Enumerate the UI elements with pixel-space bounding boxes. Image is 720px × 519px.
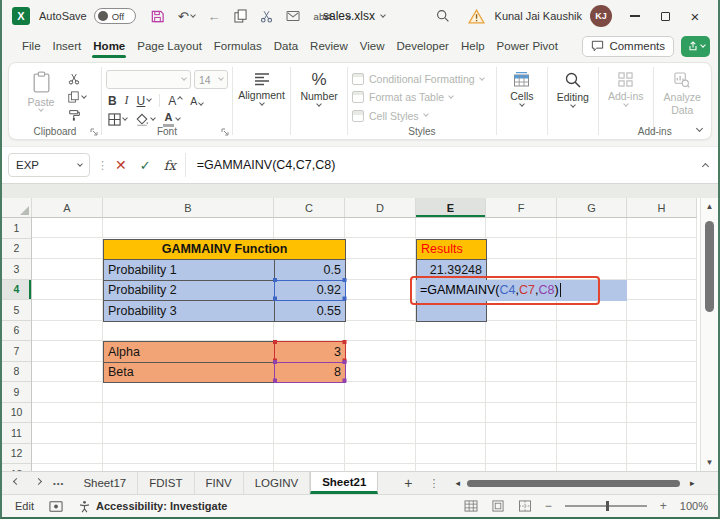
formula-bar-grip-icon[interactable]: ⋮ xyxy=(97,159,108,172)
addins-button[interactable]: Add-ins xyxy=(602,68,650,123)
row-header-13[interactable]: 13 xyxy=(2,464,31,471)
cut-button-ribbon[interactable] xyxy=(68,73,86,85)
maximize-button[interactable] xyxy=(650,1,680,31)
formula-input[interactable]: =GAMMAINV(C4,C7,C8) xyxy=(197,158,703,172)
row-header-6[interactable]: 6 xyxy=(2,321,31,342)
prev-sheet-button[interactable] xyxy=(13,478,20,485)
enter-button[interactable]: ✓ xyxy=(140,158,151,173)
editing-button[interactable]: Editing xyxy=(549,68,597,123)
mail-icon[interactable] xyxy=(286,10,301,22)
increase-font-button[interactable]: A xyxy=(168,94,182,108)
column-header-b[interactable]: B xyxy=(103,198,274,217)
scroll-right-arrow-icon[interactable]: ▸ xyxy=(690,478,695,488)
new-sheet-button[interactable]: + xyxy=(404,475,412,491)
menu-tab-developer[interactable]: Developer xyxy=(391,32,455,60)
share-button[interactable] xyxy=(681,36,710,57)
cell-b2-title[interactable]: GAMMAINV Function xyxy=(103,239,346,261)
minimize-button[interactable] xyxy=(620,1,650,31)
copy-button-ribbon[interactable] xyxy=(68,91,86,103)
row-header-2[interactable]: 2 xyxy=(2,239,31,260)
row-header-4[interactable]: 4 xyxy=(2,280,31,301)
zoom-slider-thumb[interactable] xyxy=(606,501,609,511)
bold-button[interactable]: B xyxy=(108,94,117,108)
cell-c3[interactable]: 0.5 xyxy=(274,259,346,281)
cells-viewport[interactable]: GAMMAINV Function Probability 1 0.5 Prob… xyxy=(32,218,697,471)
underline-button[interactable]: U xyxy=(137,94,152,108)
next-sheet-button[interactable] xyxy=(35,478,42,485)
font-color-button[interactable]: A xyxy=(163,112,180,127)
user-name[interactable]: Kunal Jai Kaushik xyxy=(495,10,582,22)
number-button[interactable]: % Number xyxy=(295,68,343,123)
cancel-button[interactable]: ✕ xyxy=(115,157,127,173)
font-dialog-launcher[interactable] xyxy=(221,128,229,136)
row-header-12[interactable]: 12 xyxy=(2,444,31,465)
zoom-in-button[interactable]: + xyxy=(660,499,667,513)
menu-tab-file[interactable]: File xyxy=(16,32,47,60)
copy-button[interactable] xyxy=(234,9,247,23)
cell-c5[interactable]: 0.55 xyxy=(274,300,346,322)
normal-view-button[interactable] xyxy=(464,500,478,512)
font-size-combo[interactable]: 14 xyxy=(194,70,228,89)
column-header-c[interactable]: C xyxy=(274,198,345,217)
menu-tab-view[interactable]: View xyxy=(354,32,391,60)
undo-button[interactable]: ↶ xyxy=(178,9,195,24)
column-header-a[interactable]: A xyxy=(32,198,103,217)
close-button[interactable]: × xyxy=(680,1,710,31)
sheet-tab-finv[interactable]: FINV xyxy=(195,472,244,494)
vertical-scroll-thumb[interactable] xyxy=(705,221,714,312)
menu-tab-insert[interactable]: Insert xyxy=(47,32,88,60)
cells-button[interactable]: Cells xyxy=(498,68,546,123)
sheet-tab-sheet17[interactable]: Sheet17 xyxy=(72,472,138,494)
search-button[interactable] xyxy=(428,1,458,31)
cell-b5[interactable]: Probability 3 xyxy=(103,300,275,322)
scroll-left-arrow-icon[interactable]: ◂ xyxy=(455,478,460,488)
row-header-9[interactable]: 9 xyxy=(2,382,31,403)
sheet-tab-loginv[interactable]: LOGINV xyxy=(244,472,310,494)
cut-button[interactable] xyxy=(260,10,273,23)
document-title-area[interactable]: sales.xlsx xyxy=(323,9,385,23)
row-header-8[interactable]: 8 xyxy=(2,362,31,383)
alignment-button[interactable]: Alignment xyxy=(238,68,286,123)
vertical-scrollbar[interactable]: ▲ ▼ xyxy=(700,198,718,471)
menu-tab-help[interactable]: Help xyxy=(455,32,491,60)
menu-tab-home[interactable]: Home xyxy=(87,32,131,60)
analyze-data-button[interactable]: Analyze Data xyxy=(658,68,706,123)
horizontal-scroll-thumb[interactable] xyxy=(467,480,680,487)
column-header-f[interactable]: F xyxy=(486,198,557,217)
sheet-bar-options-icon[interactable]: ⋮ xyxy=(428,477,439,490)
cell-e2-results[interactable]: Results xyxy=(416,239,487,261)
column-header-e[interactable]: E xyxy=(416,198,486,217)
menu-tab-power-pivot[interactable]: Power Pivot xyxy=(491,32,564,60)
excel-logo-icon[interactable]: X xyxy=(12,7,30,25)
more-sheets-button[interactable]: ••• xyxy=(53,479,64,488)
decrease-font-button[interactable]: A xyxy=(190,95,203,107)
borders-button[interactable] xyxy=(108,113,127,126)
row-header-5[interactable]: 5 xyxy=(2,300,31,321)
save-button[interactable] xyxy=(150,9,165,24)
accessibility-status[interactable]: Accessibility: Investigate xyxy=(78,500,227,513)
row-header-3[interactable]: 3 xyxy=(2,259,31,280)
menu-tab-page-layout[interactable]: Page Layout xyxy=(131,32,208,60)
cell-b3[interactable]: Probability 1 xyxy=(103,259,275,281)
insert-function-button[interactable]: fx xyxy=(164,158,176,173)
cell-b7[interactable]: Alpha xyxy=(103,341,275,363)
avatar[interactable]: KJ xyxy=(590,5,612,27)
row-header-1[interactable]: 1 xyxy=(2,218,31,239)
row-header-10[interactable]: 10 xyxy=(2,403,31,424)
clipboard-dialog-launcher[interactable] xyxy=(90,128,98,136)
row-header-11[interactable]: 11 xyxy=(2,423,31,444)
autosave-toggle[interactable]: Off xyxy=(94,8,136,24)
page-break-view-button[interactable] xyxy=(518,500,532,512)
font-name-combo[interactable] xyxy=(106,70,191,89)
fill-color-button[interactable] xyxy=(135,113,155,126)
format-as-table-button[interactable]: Format as Table xyxy=(352,90,492,104)
row-header-7[interactable]: 7 xyxy=(2,341,31,362)
sheet-tab-fdist[interactable]: FDIST xyxy=(138,472,194,494)
column-header-g[interactable]: G xyxy=(557,198,627,217)
column-header-d[interactable]: D xyxy=(345,198,416,217)
paste-button[interactable]: Paste xyxy=(20,68,62,123)
sheet-tab-sheet21[interactable]: Sheet21 xyxy=(310,472,378,494)
comments-button[interactable]: Comments xyxy=(582,36,674,57)
scroll-up-arrow-icon[interactable]: ▲ xyxy=(701,202,718,211)
select-all-corner[interactable] xyxy=(2,198,32,217)
